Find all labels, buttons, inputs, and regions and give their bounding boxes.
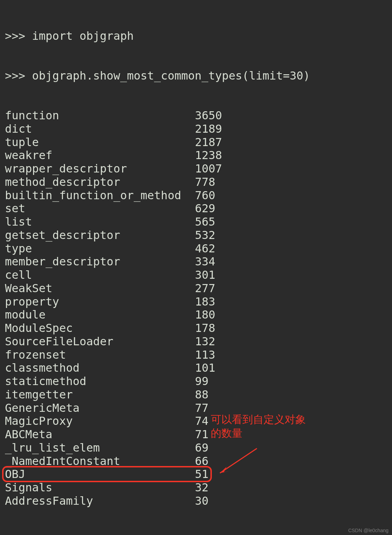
type-name: staticmethod: [5, 375, 195, 388]
type-count: 180: [195, 308, 215, 322]
type-name: cell: [5, 269, 195, 282]
code-call: objgraph.show_most_common_types(limit=30…: [32, 69, 310, 83]
type-count: 178: [195, 322, 215, 335]
type-name: tuple: [5, 136, 195, 149]
type-count: 629: [195, 202, 215, 215]
type-count: 51: [195, 468, 209, 481]
type-name: _NamedIntConstant: [5, 455, 195, 468]
type-count: 1007: [195, 162, 222, 176]
type-count-row: tuple2187: [5, 136, 387, 149]
code-import: import objgraph: [32, 30, 134, 43]
prompt: >>>: [5, 69, 32, 83]
type-count: 301: [195, 269, 215, 282]
type-count-row: cell301: [5, 269, 387, 282]
type-count-row: GenericMeta77: [5, 402, 387, 415]
type-name: function: [5, 109, 195, 122]
type-count: 2189: [195, 122, 222, 136]
type-count: 88: [195, 388, 209, 402]
type-count: 778: [195, 176, 215, 189]
type-name: GenericMeta: [5, 402, 195, 415]
annotation-text: 可以看到自定义对象 的数量: [211, 413, 306, 440]
type-count-row: AddressFamily30: [5, 495, 387, 508]
type-count-row: staticmethod99: [5, 375, 387, 388]
type-count-row: weakref1238: [5, 149, 387, 162]
type-name: member_descriptor: [5, 255, 195, 269]
type-count: 113: [195, 348, 215, 362]
type-name: Signals: [5, 481, 195, 495]
type-name: weakref: [5, 149, 195, 162]
type-count-row: _lru_list_elem69: [5, 441, 387, 455]
type-count-row: dict2189: [5, 122, 387, 136]
terminal-output: >>> import objgraph >>> objgraph.show_mo…: [0, 0, 392, 524]
prompt-line-call: >>> objgraph.show_most_common_types(limi…: [5, 69, 387, 83]
type-name: method_descriptor: [5, 176, 195, 189]
type-name: ABCMeta: [5, 428, 195, 441]
type-name: module: [5, 308, 195, 322]
type-count: 1238: [195, 149, 222, 162]
type-count-row: builtin_function_or_method760: [5, 189, 387, 202]
type-count-row: function3650: [5, 109, 387, 122]
type-name: MagicProxy: [5, 415, 195, 428]
type-count: 565: [195, 215, 215, 229]
type-count-row: MagicProxy74: [5, 415, 387, 428]
type-count-row: classmethod101: [5, 361, 387, 375]
type-count: 101: [195, 361, 215, 375]
prompt-line-import: >>> import objgraph: [5, 30, 387, 43]
type-count: 132: [195, 335, 215, 348]
type-count: 66: [195, 455, 209, 468]
annotation-line1: 可以看到自定义对象: [211, 413, 306, 426]
type-name: frozenset: [5, 348, 195, 362]
type-name: WeakSet: [5, 282, 195, 295]
type-count: 69: [195, 441, 209, 455]
type-count-row: _NamedIntConstant66: [5, 455, 387, 468]
type-name: OBJ: [5, 468, 195, 481]
type-count-row: ModuleSpec178: [5, 322, 387, 335]
type-count-row: getset_descriptor532: [5, 229, 387, 242]
type-count-row: WeakSet277: [5, 282, 387, 295]
type-count: 74: [195, 415, 209, 428]
type-count: 77: [195, 402, 209, 415]
type-name: wrapper_descriptor: [5, 162, 195, 176]
type-count: 99: [195, 375, 209, 388]
type-name: getset_descriptor: [5, 229, 195, 242]
type-count-row: member_descriptor334: [5, 255, 387, 269]
type-name: ModuleSpec: [5, 322, 195, 335]
type-count: 277: [195, 282, 215, 295]
type-count-row: property183: [5, 295, 387, 309]
type-count: 462: [195, 242, 215, 256]
type-count: 32: [195, 481, 209, 495]
type-count-list: function3650dict2189tuple2187weakref1238…: [5, 109, 387, 508]
type-count-row: Signals32: [5, 481, 387, 495]
type-count: 532: [195, 229, 215, 242]
type-count: 760: [195, 189, 215, 202]
type-count-row: frozenset113: [5, 348, 387, 362]
type-count-row: module180: [5, 308, 387, 322]
type-count-row: ABCMeta71: [5, 428, 387, 441]
type-count: 334: [195, 255, 215, 269]
type-count-row: set629: [5, 202, 387, 215]
type-name: property: [5, 295, 195, 309]
type-count-row: itemgetter88: [5, 388, 387, 402]
type-count-row: wrapper_descriptor1007: [5, 162, 387, 176]
type-count-row: method_descriptor778: [5, 176, 387, 189]
type-name: dict: [5, 122, 195, 136]
type-name: set: [5, 202, 195, 215]
type-count-row: type462: [5, 242, 387, 256]
type-count-row: list565: [5, 215, 387, 229]
type-name: builtin_function_or_method: [5, 189, 195, 202]
type-count: 30: [195, 495, 209, 508]
type-count: 71: [195, 428, 209, 441]
type-count: 183: [195, 295, 215, 309]
type-count-row: SourceFileLoader132: [5, 335, 387, 348]
type-name: AddressFamily: [5, 495, 195, 508]
type-name: SourceFileLoader: [5, 335, 195, 348]
type-name: list: [5, 215, 195, 229]
type-name: classmethod: [5, 361, 195, 375]
prompt: >>>: [5, 30, 32, 43]
type-name: _lru_list_elem: [5, 441, 195, 455]
type-name: type: [5, 242, 195, 256]
type-name: itemgetter: [5, 388, 195, 402]
type-count: 2187: [195, 136, 222, 149]
annotation-line2: 的数量: [211, 426, 306, 440]
type-count: 3650: [195, 109, 222, 122]
